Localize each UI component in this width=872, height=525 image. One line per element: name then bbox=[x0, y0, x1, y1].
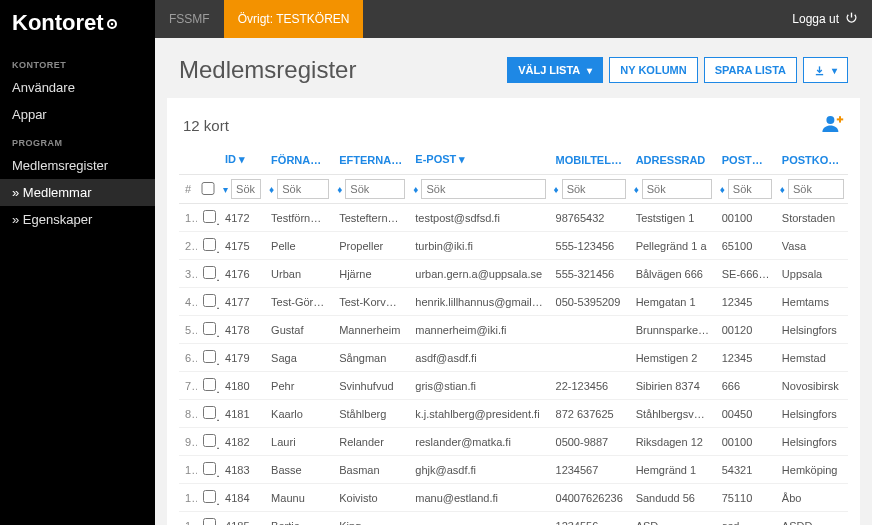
cell-adress: ASD bbox=[630, 512, 716, 526]
download-button[interactable] bbox=[803, 57, 848, 83]
cell-mobil bbox=[550, 344, 630, 372]
col-fornamn[interactable]: FÖRNAMN bbox=[265, 147, 333, 175]
filter-id[interactable] bbox=[231, 179, 261, 199]
sidebar-item-medlemmar[interactable]: » Medlemmar bbox=[0, 179, 155, 206]
filter-mobil[interactable] bbox=[562, 179, 626, 199]
cell-fornamn: Urban bbox=[265, 260, 333, 288]
row-number: 5 bbox=[179, 316, 197, 344]
valj-lista-button[interactable]: VÄLJ LISTA bbox=[507, 57, 603, 83]
sort-icon[interactable]: ♦ bbox=[269, 184, 274, 195]
row-checkbox[interactable] bbox=[203, 238, 216, 251]
row-checkbox[interactable] bbox=[203, 406, 216, 419]
row-number: 3 bbox=[179, 260, 197, 288]
sidebar: Kontoret KONTORET Användare Appar PROGRA… bbox=[0, 0, 155, 525]
cell-postnr: 00120 bbox=[716, 316, 776, 344]
cell-postnr: 12345 bbox=[716, 344, 776, 372]
filter-adress[interactable] bbox=[642, 179, 712, 199]
sort-icon[interactable]: ♦ bbox=[634, 184, 639, 195]
cell-mobil: 555-123456 bbox=[550, 232, 630, 260]
sidebar-item-anvandare[interactable]: Användare bbox=[0, 74, 155, 101]
table-row[interactable]: 44177Test-GöransTest-Korvmanhenrik.lillh… bbox=[179, 288, 848, 316]
add-member-button[interactable] bbox=[820, 114, 844, 137]
sort-icon[interactable]: ♦ bbox=[554, 184, 559, 195]
cell-postnr: 54321 bbox=[716, 456, 776, 484]
row-checkbox[interactable] bbox=[203, 490, 216, 503]
table-row[interactable]: 74180PehrSvinhufvudgris@stian.fi22-12345… bbox=[179, 372, 848, 400]
ny-kolumn-button[interactable]: NY KOLUMN bbox=[609, 57, 697, 83]
table-row[interactable]: 84181KaarloStåhlbergk.j.stahlberg@presid… bbox=[179, 400, 848, 428]
select-all-checkbox[interactable] bbox=[201, 182, 215, 195]
row-number: 11 bbox=[179, 484, 197, 512]
row-checkbox[interactable] bbox=[203, 322, 216, 335]
col-mobil[interactable]: MOBILTELEFON bbox=[550, 147, 630, 175]
cell-id: 4177 bbox=[219, 288, 265, 316]
brand-logo: Kontoret bbox=[0, 0, 155, 50]
col-adress[interactable]: ADRESSRAD bbox=[630, 147, 716, 175]
hash-icon: # bbox=[185, 183, 191, 195]
col-efternamn[interactable]: EFTERNAMN bbox=[333, 147, 409, 175]
cell-adress: Pellegränd 1 a bbox=[630, 232, 716, 260]
sort-icon[interactable]: ♦ bbox=[720, 184, 725, 195]
row-number: 9 bbox=[179, 428, 197, 456]
sort-icon[interactable]: ♦ bbox=[413, 184, 418, 195]
col-id[interactable]: ID ▾ bbox=[219, 147, 265, 175]
cell-efternamn: Relander bbox=[333, 428, 409, 456]
row-checkbox[interactable] bbox=[203, 294, 216, 307]
row-checkbox[interactable] bbox=[203, 378, 216, 391]
sort-icon[interactable]: ▾ bbox=[223, 184, 228, 195]
content-area: Medlemsregister VÄLJ LISTA NY KOLUMN SPA… bbox=[155, 38, 872, 525]
filter-postkontor[interactable] bbox=[788, 179, 844, 199]
cell-fornamn: Maunu bbox=[265, 484, 333, 512]
sidebar-section-program: PROGRAM bbox=[0, 128, 155, 152]
cell-epost: henrik.lillhannus@gmail.com bbox=[409, 288, 549, 316]
sidebar-item-egenskaper[interactable]: » Egenskaper bbox=[0, 206, 155, 233]
cell-postnr: asd bbox=[716, 512, 776, 526]
tab-testkoren[interactable]: Övrigt: TESTKÖREN bbox=[224, 0, 364, 38]
col-epost[interactable]: E-POST ▾ bbox=[409, 147, 549, 175]
filter-epost[interactable] bbox=[421, 179, 545, 199]
row-checkbox[interactable] bbox=[203, 462, 216, 475]
table-row[interactable]: 14172TestförnamnTestefternamntestpost@sd… bbox=[179, 204, 848, 232]
cell-efternamn: Ståhlberg bbox=[333, 400, 409, 428]
cell-id: 4179 bbox=[219, 344, 265, 372]
row-checkbox[interactable] bbox=[203, 350, 216, 363]
table-row[interactable]: 24175PellePropellerturbin@iki.fi555-1234… bbox=[179, 232, 848, 260]
cell-id: 4183 bbox=[219, 456, 265, 484]
sort-icon[interactable]: ♦ bbox=[780, 184, 785, 195]
row-checkbox[interactable] bbox=[203, 210, 216, 223]
col-postnr[interactable]: POSTNUMMER bbox=[716, 147, 776, 175]
cell-postkontor: Hemköping bbox=[776, 456, 848, 484]
table-row[interactable]: 64179SagaSångmanasdf@asdf.fiHemstigen 21… bbox=[179, 344, 848, 372]
spara-lista-button[interactable]: SPARA LISTA bbox=[704, 57, 797, 83]
table-row[interactable]: 34176UrbanHjärneurban.gern.a@uppsala.se5… bbox=[179, 260, 848, 288]
cell-efternamn: Koivisto bbox=[333, 484, 409, 512]
filter-postnr[interactable] bbox=[728, 179, 772, 199]
page-header: Medlemsregister VÄLJ LISTA NY KOLUMN SPA… bbox=[155, 38, 872, 98]
table-row[interactable]: 124185BertieKing1234556ASDasdASDD bbox=[179, 512, 848, 526]
cell-id: 4172 bbox=[219, 204, 265, 232]
filter-fornamn[interactable] bbox=[277, 179, 329, 199]
tab-fssmf[interactable]: FSSMF bbox=[155, 0, 224, 38]
cell-postnr: 75110 bbox=[716, 484, 776, 512]
table-header-row: ID ▾ FÖRNAMN EFTERNAMN E-POST ▾ MOBILTEL… bbox=[179, 147, 848, 175]
row-number: 4 bbox=[179, 288, 197, 316]
filter-efternamn[interactable] bbox=[345, 179, 405, 199]
col-postkontor[interactable]: POSTKONTOR bbox=[776, 147, 848, 175]
cell-postkontor: Hemstad bbox=[776, 344, 848, 372]
row-number: 6 bbox=[179, 344, 197, 372]
cell-postkontor: Storstaden bbox=[776, 204, 848, 232]
row-checkbox[interactable] bbox=[203, 434, 216, 447]
row-checkbox[interactable] bbox=[203, 266, 216, 279]
sort-icon[interactable]: ♦ bbox=[337, 184, 342, 195]
logout-button[interactable]: Logga ut bbox=[778, 0, 872, 38]
sort-desc-icon: ▾ bbox=[456, 153, 465, 165]
sidebar-item-medlemsregister[interactable]: Medlemsregister bbox=[0, 152, 155, 179]
row-checkbox[interactable] bbox=[203, 518, 216, 525]
table-row[interactable]: 114184MaunuKoivistomanu@estland.fi040076… bbox=[179, 484, 848, 512]
cell-adress: Riksdagen 12 bbox=[630, 428, 716, 456]
table-row[interactable]: 54178GustafMannerheimmannerheim@iki.fiBr… bbox=[179, 316, 848, 344]
sidebar-item-appar[interactable]: Appar bbox=[0, 101, 155, 128]
table-row[interactable]: 94182LauriRelanderreslander@matka.fi0500… bbox=[179, 428, 848, 456]
table-row[interactable]: 104183BasseBasmanghjk@asdf.fi1234567Hemg… bbox=[179, 456, 848, 484]
download-icon bbox=[814, 65, 825, 76]
